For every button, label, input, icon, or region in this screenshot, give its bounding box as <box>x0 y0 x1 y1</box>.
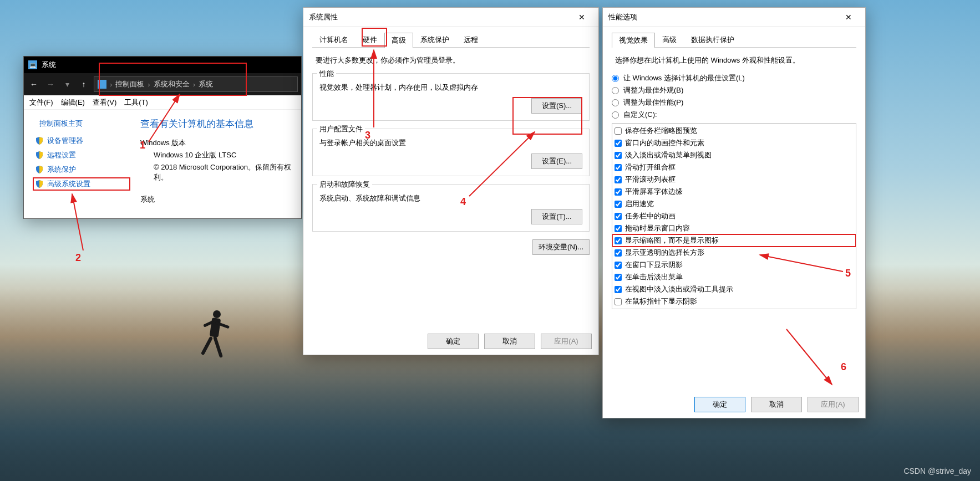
radio-input[interactable] <box>612 99 619 106</box>
system-properties-titlebar[interactable]: 系统属性 ✕ <box>303 8 598 27</box>
sidebar-heading[interactable]: 控制面板主页 <box>39 119 128 129</box>
visual-effect-option[interactable]: 在单击后淡出菜单 <box>612 271 856 283</box>
visual-effect-option[interactable]: 淡入淡出或滑动菜单到视图 <box>612 149 856 161</box>
tab-advanced[interactable]: 高级 <box>384 33 413 48</box>
tab-computer-name[interactable]: 计算机名 <box>312 32 356 47</box>
visual-effect-option[interactable]: 在窗口下显示阴影 <box>612 259 856 271</box>
cancel-button[interactable]: 取消 <box>484 334 535 349</box>
visual-effect-option[interactable]: 在视图中淡入淡出或滑动工具提示 <box>612 283 856 295</box>
checkbox-input[interactable] <box>615 152 622 159</box>
visual-effect-option[interactable]: 拖动时显示窗口内容 <box>612 222 856 234</box>
annotation-number-5: 5 <box>845 268 851 279</box>
tab-hardware[interactable]: 硬件 <box>356 32 384 47</box>
checkbox-input[interactable] <box>615 140 622 147</box>
radio-let-windows-choose[interactable]: 让 Windows 选择计算机的最佳设置(L) <box>612 73 856 83</box>
apply-button[interactable]: 应用(A) <box>541 334 592 349</box>
environment-variables-button[interactable]: 环境变量(N)... <box>532 239 590 255</box>
annotation-number-3: 3 <box>365 130 370 141</box>
checkbox-input[interactable] <box>615 225 622 232</box>
checkbox-input[interactable] <box>615 262 622 269</box>
checkbox-input[interactable] <box>615 176 622 183</box>
visual-effect-option[interactable]: 在桌面上为图标标签使用阴影 <box>612 308 856 309</box>
address-bar[interactable]: › 控制面板 › 系统和安全 › 系统 <box>94 76 298 92</box>
menu-file[interactable]: 文件(F) <box>29 98 53 108</box>
system-titlebar[interactable]: 💻 系统 <box>24 57 301 73</box>
sidebar-item-system-protection[interactable]: 系统保护 <box>33 163 130 176</box>
checkbox-input[interactable] <box>615 188 622 196</box>
sidebar: 控制面板主页 设备管理器 远程设置 系统保护 高级系统设置 <box>24 110 135 218</box>
checkbox-input[interactable] <box>615 298 622 305</box>
checkbox-input[interactable] <box>615 164 622 171</box>
tab-dep[interactable]: 数据执行保护 <box>684 32 742 47</box>
nav-recent-button[interactable]: ▾ <box>60 78 74 91</box>
radio-best-appearance[interactable]: 调整为最佳外观(B) <box>612 85 856 95</box>
annotation-number-1: 1 <box>140 140 145 151</box>
ok-button[interactable]: 确定 <box>428 334 479 349</box>
tab-remote[interactable]: 远程 <box>456 32 485 47</box>
menu-view[interactable]: 查看(V) <box>93 98 116 108</box>
startup-recovery-group-desc: 系统启动、系统故障和调试信息 <box>319 193 582 203</box>
visual-effect-option[interactable]: 显示亚透明的选择长方形 <box>612 247 856 259</box>
startup-recovery-settings-button[interactable]: 设置(T)... <box>531 209 582 224</box>
visual-effect-option[interactable]: 平滑滚动列表框 <box>612 173 856 186</box>
radio-input[interactable] <box>612 75 619 82</box>
sidebar-item-device-manager[interactable]: 设备管理器 <box>33 134 130 147</box>
checkbox-input[interactable] <box>615 201 622 208</box>
checkbox-input[interactable] <box>615 249 622 257</box>
annotation-number-6: 6 <box>841 361 846 373</box>
crumb-control-panel[interactable]: 控制面板 <box>115 79 144 89</box>
radio-best-performance[interactable]: 调整为最佳性能(P) <box>612 98 856 108</box>
checkbox-input[interactable] <box>615 127 622 135</box>
crumb-system[interactable]: 系统 <box>199 79 213 89</box>
checkbox-input[interactable] <box>615 213 622 220</box>
nav-up-button[interactable]: ↑ <box>77 78 90 91</box>
visual-effect-label: 拖动时显示窗口内容 <box>625 223 690 234</box>
visual-effect-option[interactable]: 任务栏中的动画 <box>612 210 856 222</box>
wallpaper-figure <box>200 310 233 371</box>
visual-effect-label: 在视图中淡入淡出或滑动工具提示 <box>625 284 733 295</box>
system-main: 查看有关计算机的基本信息 Windows 版本 Windows 10 企业版 L… <box>135 110 301 218</box>
tab-system-protection[interactable]: 系统保护 <box>413 32 456 47</box>
tab-visual-effects[interactable]: 视觉效果 <box>612 33 655 48</box>
sidebar-item-label: 远程设置 <box>47 150 76 160</box>
close-button[interactable]: ✕ <box>571 11 593 24</box>
checkbox-input[interactable] <box>615 237 622 244</box>
visual-effect-option[interactable]: 保存任务栏缩略图预览 <box>612 125 856 137</box>
shield-icon <box>35 151 44 160</box>
tab-advanced[interactable]: 高级 <box>655 32 684 47</box>
close-button[interactable]: ✕ <box>837 11 860 24</box>
performance-group-desc: 视觉效果，处理器计划，内存使用，以及虚拟内存 <box>319 83 582 93</box>
sidebar-item-advanced-system-settings[interactable]: 高级系统设置 <box>33 177 130 191</box>
radio-input[interactable] <box>612 87 619 94</box>
menu-tools[interactable]: 工具(T) <box>124 98 148 108</box>
visual-effect-label: 任务栏中的动画 <box>625 211 676 222</box>
visual-effects-checklist[interactable]: 保存任务栏缩略图预览窗口内的动画控件和元素淡入淡出或滑动菜单到视图滑动打开组合框… <box>612 123 856 309</box>
radio-custom[interactable]: 自定义(C): <box>612 110 856 120</box>
sidebar-item-label: 高级系统设置 <box>47 179 90 189</box>
sidebar-item-remote-settings[interactable]: 远程设置 <box>33 149 130 162</box>
ok-button[interactable]: 确定 <box>694 397 745 412</box>
checkbox-input[interactable] <box>615 286 622 293</box>
visual-effect-option[interactable]: 滑动打开组合框 <box>612 161 856 173</box>
crumb-system-security[interactable]: 系统和安全 <box>154 79 190 89</box>
admin-note: 要进行大多数更改，你必须作为管理员登录。 <box>316 55 586 65</box>
sidebar-item-label: 设备管理器 <box>47 136 83 146</box>
menu-edit[interactable]: 编辑(E) <box>61 98 85 108</box>
performance-settings-button[interactable]: 设置(S)... <box>531 98 582 114</box>
windows-copyright: © 2018 Microsoft Corporation。保留所有权利。 <box>154 162 296 182</box>
checkbox-input[interactable] <box>615 274 622 281</box>
user-profile-settings-button[interactable]: 设置(E)... <box>531 153 582 169</box>
nav-back-button[interactable]: ← <box>27 78 40 91</box>
visual-effect-option[interactable]: 窗口内的动画控件和元素 <box>612 137 856 149</box>
radio-input[interactable] <box>612 111 619 119</box>
cancel-button[interactable]: 取消 <box>751 397 802 412</box>
visual-effect-option[interactable]: 平滑屏幕字体边缘 <box>612 186 856 198</box>
apply-button[interactable]: 应用(A) <box>808 397 859 412</box>
visual-effect-option[interactable]: 在鼠标指针下显示阴影 <box>612 295 856 308</box>
nav-forward-button[interactable]: → <box>44 78 57 91</box>
performance-options-titlebar[interactable]: 性能选项 ✕ <box>603 8 865 27</box>
visual-effect-option[interactable]: 显示缩略图，而不是显示图标 <box>612 234 856 247</box>
visual-effect-option[interactable]: 启用速览 <box>612 198 856 210</box>
visual-effects-note: 选择你想在此计算机上使用的 Windows 外观和性能设置。 <box>615 55 853 65</box>
user-profile-group-desc: 与登录帐户相关的桌面设置 <box>319 138 582 148</box>
